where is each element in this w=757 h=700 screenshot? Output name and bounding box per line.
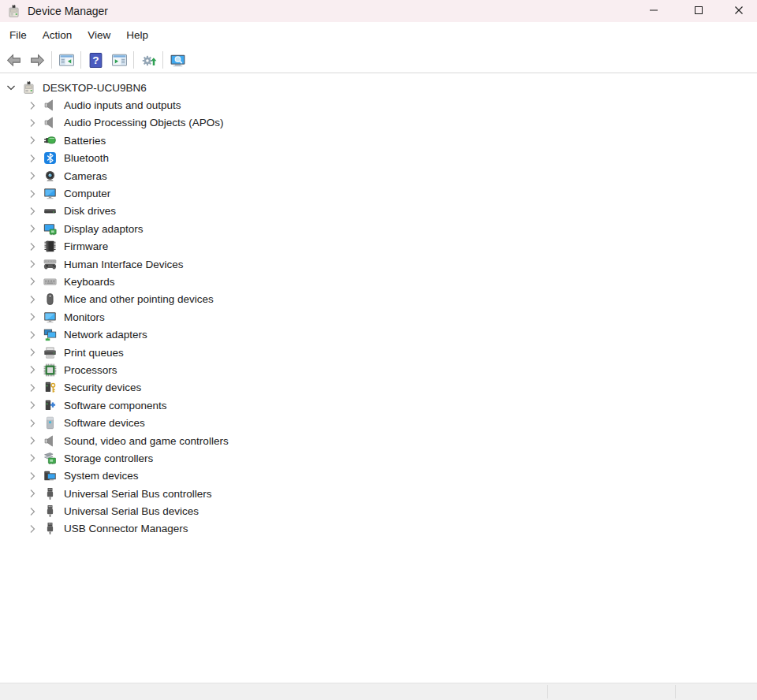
toolbar-separator xyxy=(162,51,163,69)
chevron-right-icon[interactable] xyxy=(26,452,39,464)
forward-button[interactable] xyxy=(25,50,49,71)
tree-item-system-devices[interactable]: System devices xyxy=(0,467,757,485)
chevron-right-icon[interactable] xyxy=(26,417,39,430)
tree-item-label: DESKTOP-UCU9BN6 xyxy=(43,82,147,94)
chevron-right-icon[interactable] xyxy=(26,169,39,182)
minimize-icon xyxy=(649,6,658,17)
tree-item-universal-serial-bus-devices[interactable]: Universal Serial Bus devices xyxy=(0,502,757,519)
help-icon: ? xyxy=(88,52,104,69)
tree-item-audio-inputs-and-outputs[interactable]: Audio inputs and outputs xyxy=(0,96,757,114)
bluetooth-icon xyxy=(43,151,57,165)
remote-computer-button[interactable] xyxy=(166,50,189,71)
scan-for-hardware-changes-button[interactable] xyxy=(136,50,160,71)
show-action-pane-button[interactable] xyxy=(107,50,131,71)
tree-item-label: Disk drives xyxy=(64,205,116,217)
usb-icon xyxy=(43,505,57,518)
tree-item-desktop-ucu9bn6[interactable]: DESKTOP-UCU9BN6 xyxy=(0,79,757,96)
chevron-right-icon[interactable] xyxy=(26,329,39,341)
menu-item-view[interactable]: View xyxy=(80,25,118,45)
tree-item-sound-video-and-game-controllers[interactable]: Sound, video and game controllers xyxy=(0,432,757,449)
usb-icon xyxy=(43,487,57,501)
tree-item-label: Cameras xyxy=(64,170,107,182)
chevron-right-icon[interactable] xyxy=(26,117,39,129)
show-console-tree-button[interactable] xyxy=(54,50,78,71)
menu-item-help[interactable]: Help xyxy=(118,25,156,45)
back-button[interactable] xyxy=(2,50,25,71)
hid-icon xyxy=(43,258,57,271)
maximize-button[interactable] xyxy=(676,0,721,22)
status-bar xyxy=(0,683,757,700)
chevron-right-icon[interactable] xyxy=(26,505,39,518)
toolbar-separator xyxy=(133,51,134,69)
tree-item-universal-serial-bus-controllers[interactable]: Universal Serial Bus controllers xyxy=(0,485,757,502)
chevron-right-icon[interactable] xyxy=(26,346,39,359)
scan-hardware-icon xyxy=(140,52,157,69)
tree-item-label: System devices xyxy=(64,470,139,482)
tree-item-human-interface-devices[interactable]: Human Interface Devices xyxy=(0,255,757,273)
speaker-icon xyxy=(43,99,57,112)
device-manager-app-icon xyxy=(7,5,21,18)
tree-item-software-components[interactable]: Software components xyxy=(0,397,757,414)
chevron-right-icon[interactable] xyxy=(26,188,39,200)
tree-item-cameras[interactable]: Cameras xyxy=(0,167,757,184)
menu-item-action[interactable]: Action xyxy=(35,25,80,45)
tree-item-label: Computer xyxy=(64,188,110,199)
chevron-right-icon[interactable] xyxy=(26,487,39,500)
chevron-right-icon[interactable] xyxy=(26,152,39,165)
tree-item-bluetooth[interactable]: Bluetooth xyxy=(0,150,757,167)
action-pane-icon xyxy=(111,52,128,69)
chevron-right-icon[interactable] xyxy=(26,275,39,288)
chevron-right-icon[interactable] xyxy=(26,99,39,112)
chevron-right-icon[interactable] xyxy=(26,470,39,482)
toolbar: ? xyxy=(0,47,757,73)
tree-item-security-devices[interactable]: Security devices xyxy=(0,379,757,397)
minimize-button[interactable] xyxy=(631,0,676,22)
software-component-icon xyxy=(43,399,57,412)
tree-item-batteries[interactable]: Batteries xyxy=(0,132,757,149)
tree-item-label: Audio Processing Objects (APOs) xyxy=(64,117,224,128)
keyboard-icon xyxy=(43,275,57,289)
device-tree[interactable]: DESKTOP-UCU9BN6Audio inputs and outputsA… xyxy=(0,73,757,683)
chevron-right-icon[interactable] xyxy=(26,240,39,253)
battery-icon xyxy=(43,134,57,147)
tree-item-keyboards[interactable]: Keyboards xyxy=(0,273,757,290)
chevron-right-icon[interactable] xyxy=(26,258,39,270)
tree-item-audio-processing-objects-apos[interactable]: Audio Processing Objects (APOs) xyxy=(0,114,757,132)
tree-item-software-devices[interactable]: Software devices xyxy=(0,414,757,431)
help-button[interactable]: ? xyxy=(84,50,107,71)
chevron-down-icon[interactable] xyxy=(5,81,17,94)
tree-item-label: Print queues xyxy=(64,347,124,359)
device-manager-computer-icon xyxy=(21,81,35,95)
close-icon xyxy=(734,6,744,17)
chevron-right-icon[interactable] xyxy=(26,222,39,235)
tree-item-processors[interactable]: Processors xyxy=(0,361,757,378)
chevron-right-icon[interactable] xyxy=(26,399,39,411)
tree-item-firmware[interactable]: Firmware xyxy=(0,238,757,255)
menu-item-file[interactable]: File xyxy=(2,25,35,45)
chevron-right-icon[interactable] xyxy=(26,434,39,447)
chevron-right-icon[interactable] xyxy=(26,523,39,535)
close-button[interactable] xyxy=(721,0,757,22)
tree-item-network-adapters[interactable]: Network adapters xyxy=(0,326,757,343)
chevron-right-icon[interactable] xyxy=(26,293,39,306)
tree-item-mice-and-other-pointing-devices[interactable]: Mice and other pointing devices xyxy=(0,291,757,308)
tree-item-display-adaptors[interactable]: Display adaptors xyxy=(0,220,757,237)
tree-item-disk-drives[interactable]: Disk drives xyxy=(0,203,757,220)
tree-item-label: Universal Serial Bus controllers xyxy=(64,488,212,500)
tree-item-usb-connector-managers[interactable]: USB Connector Managers xyxy=(0,520,757,538)
processor-icon xyxy=(43,363,57,377)
tree-item-computer[interactable]: Computer xyxy=(0,184,757,202)
chevron-right-icon[interactable] xyxy=(26,363,39,376)
chevron-right-icon[interactable] xyxy=(26,382,39,394)
chevron-right-icon[interactable] xyxy=(26,311,39,323)
chevron-right-icon[interactable] xyxy=(26,134,39,147)
tree-item-label: Keyboards xyxy=(64,276,115,288)
system-icon xyxy=(43,469,57,482)
chevron-right-icon[interactable] xyxy=(26,205,39,218)
tree-item-label: Audio inputs and outputs xyxy=(64,99,181,111)
tree-item-print-queues[interactable]: Print queues xyxy=(0,344,757,361)
tree-item-label: Human Interface Devices xyxy=(64,259,184,270)
menu-bar: FileActionViewHelp xyxy=(0,22,757,47)
tree-item-storage-controllers[interactable]: Storage controllers xyxy=(0,449,757,467)
tree-item-monitors[interactable]: Monitors xyxy=(0,308,757,326)
